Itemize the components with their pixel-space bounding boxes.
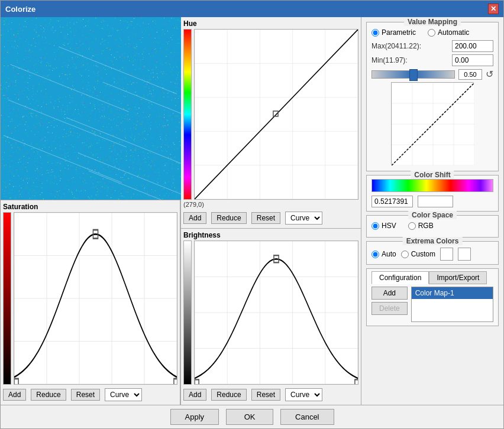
apply-button[interactable]: Apply [170, 409, 219, 425]
import-export-tab[interactable]: Import/Export [429, 271, 487, 284]
cancel-button[interactable]: Cancel [280, 409, 334, 425]
config-list[interactable]: Color Map-1 [411, 287, 493, 322]
hue-with-bar [183, 29, 358, 200]
color-shift-section: Color Shift [366, 175, 499, 212]
rgb-radio[interactable]: RGB [408, 222, 434, 230]
config-tabs: Configuration Import/Export [371, 271, 493, 284]
color-space-radio-row: HSV RGB [371, 222, 493, 230]
hue-controls: Add Reduce Reset Curve [183, 210, 358, 226]
brightness-reset-button[interactable]: Reset [251, 389, 280, 401]
saturation-curve-select[interactable]: Curve [105, 388, 142, 401]
svg-rect-40 [355, 379, 358, 384]
colorize-window: Colorize ✕ Saturation Add Red [0, 0, 504, 429]
saturation-color-bar [3, 212, 11, 385]
config-buttons: Add Delete [371, 287, 408, 315]
saturation-title: Saturation [3, 203, 177, 211]
bottom-bar: Apply OK Cancel [1, 405, 503, 428]
configuration-tab[interactable]: Configuration [371, 271, 429, 284]
extrema-swatch-2[interactable] [458, 248, 471, 261]
hue-curve-graph[interactable] [194, 29, 358, 200]
parametric-label: Parametric [382, 28, 416, 37]
custom-label: Custom [411, 250, 435, 258]
image-preview [1, 17, 181, 200]
brightness-curve-dropdown[interactable]: Curve [285, 388, 322, 401]
ok-button[interactable]: OK [226, 409, 273, 425]
hue-curve-select[interactable]: Curve [285, 212, 322, 225]
custom-radio[interactable]: Custom [401, 250, 435, 258]
shift-value-input[interactable] [371, 196, 413, 207]
saturation-add-button[interactable]: Add [3, 389, 26, 401]
slider-value-input[interactable] [458, 69, 482, 80]
automatic-radio-input[interactable] [428, 29, 435, 37]
extrema-label: Extrema Colors [403, 237, 463, 245]
custom-radio-input[interactable] [401, 251, 409, 258]
extrema-row: Auto Custom [371, 248, 493, 261]
shift-row [371, 196, 493, 207]
config-add-button[interactable]: Add [371, 287, 408, 300]
brightness-curve-graph[interactable] [194, 240, 358, 385]
min-label: Min(11.97): [371, 56, 408, 64]
config-delete-button[interactable]: Delete [371, 302, 408, 315]
hue-reset-button[interactable]: Reset [251, 212, 280, 224]
min-input[interactable] [452, 54, 493, 66]
middle-side: Hue (279,0) Add Reduce Reset Curve [181, 17, 361, 405]
svg-rect-13 [174, 379, 177, 384]
rgb-label: RGB [418, 222, 434, 230]
saturation-reduce-button[interactable]: Reduce [31, 389, 66, 401]
mini-curve-display [391, 82, 474, 165]
max-label: Max(20411.22): [371, 42, 421, 50]
hue-curve-dropdown[interactable]: Curve [285, 212, 322, 225]
hue-coords: (279,0) [183, 201, 358, 208]
brightness-color-bar [183, 240, 192, 385]
slider-row: ↺ [371, 69, 493, 80]
saturation-curve-dropdown[interactable]: Curve [105, 388, 142, 401]
hsv-label: HSV [382, 222, 396, 230]
left-side: Saturation Add Reduce Reset Curve [1, 17, 181, 405]
saturation-curve-graph[interactable] [14, 212, 177, 385]
close-button[interactable]: ✕ [488, 4, 499, 14]
color-shift-label: Color Shift [411, 171, 454, 179]
color-space-section: Color Space HSV RGB [366, 215, 499, 238]
saturation-panel: Saturation Add Reduce Reset Curve [1, 200, 180, 405]
shift-color-box [418, 196, 453, 207]
right-panel: Value Mapping Parametric Automatic Max(2… [361, 17, 503, 405]
hsv-radio-input[interactable] [371, 222, 379, 230]
rgb-radio-input[interactable] [408, 222, 416, 230]
value-slider[interactable] [371, 70, 455, 79]
hue-title: Hue [183, 20, 358, 28]
slider-reset-icon[interactable]: ↺ [486, 69, 493, 80]
config-list-item[interactable]: Color Map-1 [412, 287, 493, 299]
svg-rect-12 [14, 379, 18, 384]
window-title: Colorize [5, 5, 35, 14]
parametric-radio[interactable]: Parametric [371, 28, 416, 37]
automatic-label: Automatic [438, 28, 469, 37]
brightness-reduce-button[interactable]: Reduce [211, 389, 246, 401]
max-input[interactable] [452, 40, 493, 52]
hue-color-bar [183, 29, 192, 200]
configuration-section: Configuration Import/Export Add Delete C… [366, 268, 499, 326]
slider-thumb[interactable] [409, 69, 418, 81]
brightness-title: Brightness [183, 231, 358, 239]
brightness-panel: Brightness Add Reduce Reset Curve [181, 229, 361, 405]
config-content: Add Delete Color Map-1 [371, 287, 493, 322]
saturation-reset-button[interactable]: Reset [71, 389, 100, 401]
hsv-radio[interactable]: HSV [371, 222, 396, 230]
automatic-radio[interactable]: Automatic [428, 28, 469, 37]
svg-rect-39 [195, 379, 199, 384]
color-shift-bar[interactable] [371, 179, 493, 192]
extrema-swatch-1[interactable] [440, 248, 453, 261]
hue-add-button[interactable]: Add [183, 212, 206, 224]
auto-radio[interactable]: Auto [371, 250, 396, 258]
title-bar: Colorize ✕ [1, 1, 503, 17]
parametric-radio-input[interactable] [371, 29, 379, 37]
brightness-with-bar [183, 240, 358, 385]
content-area: Saturation Add Reduce Reset Curve [1, 17, 503, 405]
auto-radio-input[interactable] [371, 251, 379, 258]
extrema-colors-section: Extrema Colors Auto Custom [366, 241, 499, 265]
brightness-add-button[interactable]: Add [183, 389, 206, 401]
hue-reduce-button[interactable]: Reduce [211, 212, 246, 224]
brightness-curve-select[interactable]: Curve [285, 388, 322, 401]
max-field-row: Max(20411.22): [371, 40, 493, 52]
brightness-controls: Add Reduce Reset Curve [183, 387, 358, 402]
value-mapping-section: Value Mapping Parametric Automatic Max(2… [366, 22, 499, 171]
